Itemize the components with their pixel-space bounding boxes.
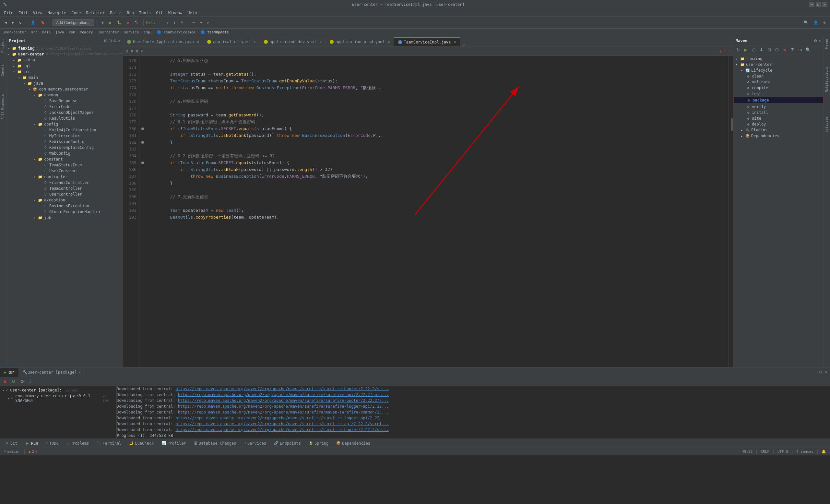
maven-item-deploy[interactable]: ⚙ deploy — [733, 121, 824, 127]
tree-item-src[interactable]: ▾ 📁 src — [6, 69, 123, 74]
status-git-branch[interactable]: ⑂ master — [3, 449, 22, 454]
maven-close-btn[interactable]: × — [819, 39, 821, 43]
log-url[interactable]: https://repo.maven.apache.org/maven2/org… — [175, 427, 388, 433]
menu-build[interactable]: Build — [107, 10, 124, 16]
editor-settings-icon[interactable]: ⚙ — [126, 49, 128, 54]
menu-code[interactable]: Code — [69, 10, 84, 16]
maven-item-lifecycle[interactable]: ▾ 🔄 Lifecycle — [733, 67, 824, 73]
maven-item-validate[interactable]: ⚙ validate — [733, 79, 824, 85]
add-config-button[interactable]: Add Configuration... — [53, 20, 94, 26]
project-action-collapse[interactable]: ⊟ — [108, 39, 112, 43]
tree-item-FriendsController[interactable]: C FriendsController — [6, 180, 123, 186]
tab-close-icon[interactable]: × — [79, 370, 81, 374]
menu-refactor[interactable]: Refactor — [83, 10, 107, 16]
toolbar-build-btn[interactable]: 🔨 — [132, 19, 141, 27]
toolbar-back-btn[interactable]: ◀ — [3, 19, 9, 27]
tool-todo[interactable]: ☑ TODO — [44, 440, 61, 446]
maven-skip-tests-btn[interactable]: T — [789, 46, 796, 54]
tab-close-icon[interactable]: × — [388, 40, 390, 44]
tool-profiler[interactable]: 📊 Profiler — [160, 440, 188, 446]
tree-item-RedissionConfig[interactable]: C RedissionConfig — [6, 139, 123, 145]
tool-git[interactable]: ⑂ Git — [3, 440, 20, 446]
tree-item-idea[interactable]: ▸ 📁 .idea — [6, 57, 123, 63]
log-url[interactable]: https://repo.maven.apache.org/maven2/org… — [178, 404, 389, 409]
breadcrumb-usercenter[interactable]: usercenter — [98, 30, 119, 34]
panel-label-project[interactable]: Project — [0, 36, 6, 55]
breadcrumb-src[interactable]: src — [31, 30, 37, 34]
breadcrumb-java[interactable]: java — [56, 30, 64, 34]
tab-application-prod[interactable]: application-prod.yaml × — [326, 37, 394, 46]
run-stop-btn[interactable]: ■ — [1, 378, 9, 385]
maven-debug-btn[interactable]: ⬡ — [750, 46, 757, 54]
project-action-expand[interactable]: ⊞ — [104, 39, 107, 43]
log-url[interactable]: https://repo.maven.apache.org/maven2/org… — [178, 409, 389, 415]
run-rerun-btn[interactable]: ↺ — [10, 378, 18, 385]
tab-close-icon[interactable]: × — [454, 40, 456, 44]
tree-item-UserController[interactable]: C UserController — [6, 191, 123, 197]
maven-item-test[interactable]: ⚙ test — [733, 91, 824, 97]
toolbar-stop-btn[interactable]: ■ — [125, 19, 131, 27]
toolbar-forward-btn[interactable]: ▶ — [10, 19, 16, 27]
maven-settings-btn[interactable]: ⚙ — [814, 39, 817, 43]
code-editor[interactable]: // 5.检验队伍状态 Integer status = team.getSta… — [146, 56, 728, 367]
tree-item-controller[interactable]: ▾ 📁 controller — [6, 174, 123, 180]
maven-stop-btn[interactable]: ■ — [781, 46, 788, 54]
tree-item-MyInterceptor[interactable]: C MyInterceptor — [6, 133, 123, 139]
tree-item-RedisTemplateConfig[interactable]: C RedisTemplateConfig — [6, 145, 123, 151]
maven-item-install[interactable]: ⚙ install — [733, 109, 824, 116]
toolbar-debug-btn[interactable]: 🐛 — [115, 19, 124, 27]
tree-item-TeamStatusEnum[interactable]: C TeamStatusEnum — [6, 162, 123, 168]
toolbar-redo-btn[interactable]: ↪ — [198, 19, 204, 27]
bottom-tab-package[interactable]: 🔧 user-center [package] × — [19, 368, 85, 377]
maven-reload-btn[interactable]: ↻ — [734, 46, 741, 54]
editor-close-icon[interactable]: × — [141, 49, 143, 54]
breadcrumb-class[interactable]: 🔵 TeamServiceImpl — [157, 30, 196, 34]
toolbar-refresh-btn[interactable]: ↻ — [17, 19, 23, 27]
tree-item-job[interactable]: ▸ 📁 job — [6, 215, 123, 221]
tool-spring[interactable]: 🍃 Spring — [307, 440, 330, 446]
maven-profiles-btn[interactable]: m — [797, 46, 804, 54]
toolbar-run-btn[interactable]: ▶ — [107, 19, 114, 27]
toolbar-search-btn[interactable]: 🔍 — [802, 19, 810, 27]
toolbar-git-branch[interactable]: ⑂ — [179, 19, 185, 27]
tab-application-dev[interactable]: application-dev.yaml × — [260, 37, 326, 46]
breadcrumb-impl[interactable]: impl — [143, 30, 152, 34]
tree-item-sql[interactable]: ▸ 📁 sql — [6, 63, 123, 69]
breadcrumb-main[interactable]: main — [42, 30, 51, 34]
tree-item-ResultUtils[interactable]: C ResultUtils — [6, 116, 123, 121]
status-notifications[interactable]: 🔔 — [820, 449, 827, 454]
toolbar-profile-btn[interactable]: 👤 — [811, 19, 820, 27]
scrollbar-thumb[interactable] — [731, 118, 733, 131]
toolbar-user-btn[interactable]: 👤 — [29, 19, 37, 27]
menu-help[interactable]: Help — [185, 10, 199, 16]
menu-run[interactable]: Run — [124, 10, 136, 16]
tab-overflow[interactable]: ⌄ — [460, 42, 468, 46]
project-action-settings[interactable]: ⚙ — [113, 39, 117, 43]
status-warnings[interactable]: ▲ 2 1 — [27, 449, 39, 454]
breadcrumb-method[interactable]: 🔵 teamUpdate — [201, 30, 229, 34]
tree-item-config[interactable]: ▾ 📁 config — [6, 121, 123, 127]
tree-item-exception[interactable]: ▾ 📁 exception — [6, 197, 123, 203]
tree-item-package[interactable]: ▾ 📦 com.memory.usercenter — [6, 86, 123, 92]
tool-problems[interactable]: ⚠ Problems — [65, 440, 91, 446]
editor-structure-icon[interactable]: ⊞ — [131, 49, 133, 54]
bottom-close-btn[interactable]: × — [825, 370, 827, 375]
tree-item-BaseResponse[interactable]: C BaseResponse — [6, 98, 123, 104]
tree-item-UserConstant[interactable]: C UserConstant — [6, 168, 123, 174]
run-settings-btn[interactable]: ⚙ — [18, 378, 26, 385]
bottom-settings-btn[interactable]: ⚙ — [819, 370, 823, 375]
maven-item-dependencies[interactable]: ▸ 📦 Dependencies — [733, 133, 824, 139]
tree-item-BusinessException[interactable]: C BusinessException — [6, 203, 123, 209]
toolbar-bookmark-btn[interactable]: 🔖 — [39, 19, 47, 27]
editor-collapse-icon[interactable]: ⊟ — [135, 49, 138, 54]
status-encoding[interactable]: UTF-8 — [776, 449, 790, 454]
menu-edit[interactable]: Edit — [16, 10, 30, 16]
log-url[interactable]: https://repo.maven.apache.org/maven2/org… — [175, 415, 382, 421]
toolbar-translate-btn[interactable]: ⇄ — [205, 19, 212, 27]
log-url[interactable]: https://repo.maven.apache.org/maven2/org… — [175, 386, 388, 392]
menu-tools[interactable]: Tools — [136, 10, 153, 16]
maven-download-btn[interactable]: ⬇ — [758, 46, 765, 54]
tree-item-fanxing[interactable]: ▾ 📁 fanxing D:\Project\IDEA\test\fanxing — [6, 45, 123, 51]
maven-item-fanxing[interactable]: ▸ 📁 fanxing — [733, 56, 824, 62]
tree-item-TeamController[interactable]: C TeamController — [6, 186, 123, 191]
